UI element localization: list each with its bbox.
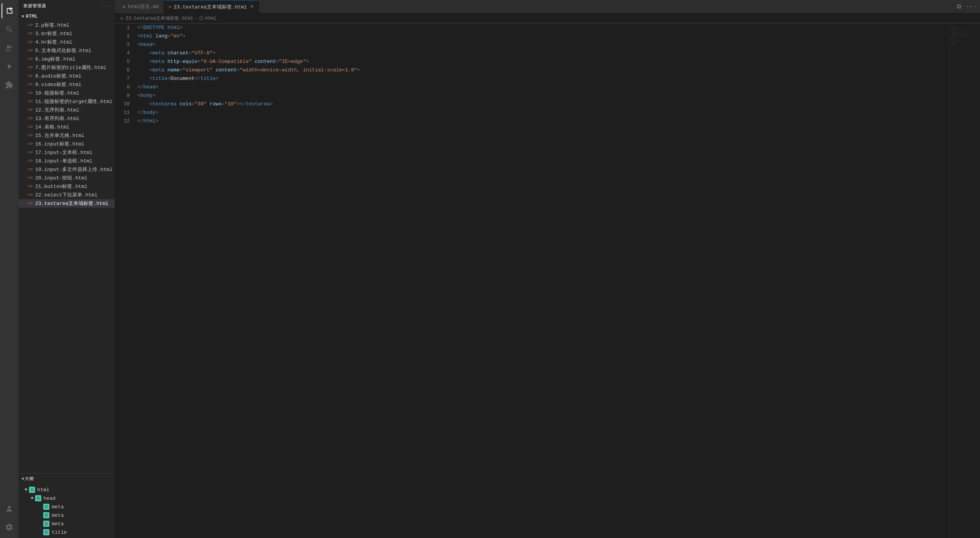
file-item-11[interactable]: <> 11.链接标签的target属性.html	[19, 97, 115, 106]
code-line-12: 12 </html>	[115, 117, 949, 125]
line-content-7: <title>Document</title>	[134, 74, 949, 83]
file-item-12[interactable]: <> 12.无序列表.html	[19, 106, 115, 114]
tab-md[interactable]: ◇ html语法.md	[118, 0, 164, 14]
code-line-8: 8 </head>	[115, 83, 949, 91]
line-content-5: <meta http-equiv="X-UA-Compatible" conte…	[134, 58, 949, 66]
source-control-icon[interactable]	[2, 40, 17, 56]
file-item-19[interactable]: <> 19.input-多文件选择上传.html	[19, 165, 115, 174]
line-number-3: 3	[115, 41, 134, 49]
tab-html[interactable]: ◇ 23.textarea文本域标签.html ×	[164, 0, 259, 14]
file-label-19: 19.input-多文件选择上传.html	[35, 166, 112, 173]
file-item-7[interactable]: <> 7.图片标签的title属性.html	[19, 63, 115, 72]
extensions-icon[interactable]	[2, 77, 17, 93]
settings-icon[interactable]	[2, 519, 17, 535]
code-line-10: 10 <textarea cols="30" rows="10"></texta…	[115, 100, 949, 108]
account-icon[interactable]	[2, 501, 17, 516]
breadcrumb-file: 23.textarea文本域标签.html	[125, 15, 193, 22]
file-icon-9: <>	[28, 82, 33, 87]
breadcrumb-symbol-icon: ⬡	[199, 15, 203, 21]
code-line-7: 7 <title>Document</title>	[115, 74, 949, 83]
file-label-4: 4.hr标签.html	[35, 39, 72, 46]
html-section-header[interactable]: ▼ HTML	[19, 12, 115, 21]
file-icon-6: <>	[28, 57, 33, 61]
file-item-5[interactable]: <> 5.文本格式化标签.html	[19, 46, 115, 55]
file-label-21: 21.button标签.html	[35, 183, 87, 190]
file-label-5: 5.文本格式化标签.html	[35, 47, 91, 54]
outline-html-label: html	[37, 487, 49, 493]
outline-header[interactable]: ▼ 大纲	[19, 474, 115, 484]
outline-head-label: head	[44, 496, 56, 501]
explorer-icon[interactable]	[2, 3, 17, 19]
outline-meta3-icon: ⬡	[43, 521, 49, 527]
file-label-17: 17.input-文本框.html	[35, 149, 92, 156]
file-label-7: 7.图片标签的title属性.html	[35, 64, 106, 71]
outline-item-meta3[interactable]: ⬡ meta	[19, 519, 115, 528]
outline-item-head[interactable]: ▼ ⬡ head	[19, 494, 115, 502]
file-label-22: 22.select下拉菜单.html	[35, 191, 97, 198]
file-item-6[interactable]: <> 6.img标签.html	[19, 55, 115, 63]
file-icon-11: <>	[28, 99, 33, 104]
file-item-16[interactable]: <> 16.input标签.html	[19, 140, 115, 148]
breadcrumb-symbol: html	[205, 16, 216, 21]
line-number-8: 8	[115, 83, 134, 91]
tab-html-close[interactable]: ×	[250, 4, 254, 10]
run-debug-icon[interactable]	[2, 59, 17, 74]
file-item-18[interactable]: <> 18.input-单选框.html	[19, 157, 115, 165]
file-icon-15: <>	[28, 133, 33, 138]
outline-item-meta2[interactable]: ⬡ meta	[19, 511, 115, 519]
file-icon-21: <>	[28, 184, 33, 189]
line-number-7: 7	[115, 74, 134, 83]
file-label-18: 18.input-单选框.html	[35, 157, 92, 164]
file-item-17[interactable]: <> 17.input-文本框.html	[19, 148, 115, 157]
code-lines: 1 <!DOCTYPE html> 2 <html lang="en"> 3 <…	[115, 24, 949, 125]
file-item-15[interactable]: <> 15.合并单元格.html	[19, 131, 115, 140]
file-label-2: 2.p标签.html	[35, 22, 69, 29]
search-icon[interactable]	[2, 22, 17, 37]
file-item-8[interactable]: <> 8.audio标签.html	[19, 72, 115, 80]
split-editor-icon[interactable]: ⧉	[957, 3, 961, 10]
tab-md-icon: ◇	[123, 4, 125, 10]
tab-html-icon: ◇	[169, 4, 171, 10]
code-line-2: 2 <html lang="en">	[115, 32, 949, 41]
html-section-label: HTML	[26, 14, 38, 19]
outline-item-meta1[interactable]: ⬡ meta	[19, 502, 115, 511]
file-item-20[interactable]: <> 20.input-按钮.html	[19, 174, 115, 182]
line-number-1: 1	[115, 24, 134, 32]
file-icon-20: <>	[28, 176, 33, 180]
code-editor[interactable]: 1 <!DOCTYPE html> 2 <html lang="en"> 3 <…	[115, 24, 949, 538]
file-icon-13: <>	[28, 116, 33, 121]
tab-html-label: 23.textarea文本域标签.html	[174, 3, 247, 10]
outline-item-html[interactable]: ▼ ⬡ html	[19, 486, 115, 494]
file-label-16: 16.input标签.html	[35, 140, 84, 147]
sidebar-header: 资源管理器 ···	[19, 0, 115, 12]
line-content-6: <meta name="viewport" content="width=dev…	[134, 66, 949, 74]
file-icon-17: <>	[28, 150, 33, 155]
line-number-9: 9	[115, 91, 134, 100]
file-label-9: 9.video标签.html	[35, 81, 81, 88]
file-item-22[interactable]: <> 22.select下拉菜单.html	[19, 191, 115, 199]
outline-item-title[interactable]: ⬡ title	[19, 528, 115, 536]
file-icon-14: <>	[28, 125, 33, 129]
file-item-14[interactable]: <> 14.表格.html	[19, 123, 115, 131]
file-item-10[interactable]: <> 10.链接标签.html	[19, 89, 115, 97]
line-number-5: 5	[115, 58, 134, 66]
file-icon-2: <>	[28, 23, 33, 27]
file-item-13[interactable]: <> 13.有序列表.html	[19, 114, 115, 123]
line-content-12: </html>	[134, 117, 949, 125]
line-number-11: 11	[115, 108, 134, 117]
file-item-21[interactable]: <> 21.button标签.html	[19, 182, 115, 191]
outline-title-icon: ⬡	[43, 529, 49, 535]
file-item-4[interactable]: <> 4.hr标签.html	[19, 38, 115, 46]
outline-html-icon: ⬡	[29, 487, 35, 493]
file-icon-5: <>	[28, 48, 33, 53]
line-number-12: 12	[115, 117, 134, 125]
file-item-23[interactable]: <> 23.textarea文本域标签.html	[19, 199, 115, 208]
sidebar-more-icon[interactable]: ···	[101, 4, 110, 8]
outline-meta3-label: meta	[52, 521, 64, 527]
more-actions-icon[interactable]: ···	[966, 3, 977, 10]
file-item-2[interactable]: <> 2.p标签.html	[19, 21, 115, 29]
file-label-3: 3.br标签.html	[35, 30, 72, 37]
outline-html-chevron: ▼	[25, 487, 27, 492]
file-item-3[interactable]: <> 3.br标签.html	[19, 29, 115, 38]
file-item-9[interactable]: <> 9.video标签.html	[19, 80, 115, 89]
